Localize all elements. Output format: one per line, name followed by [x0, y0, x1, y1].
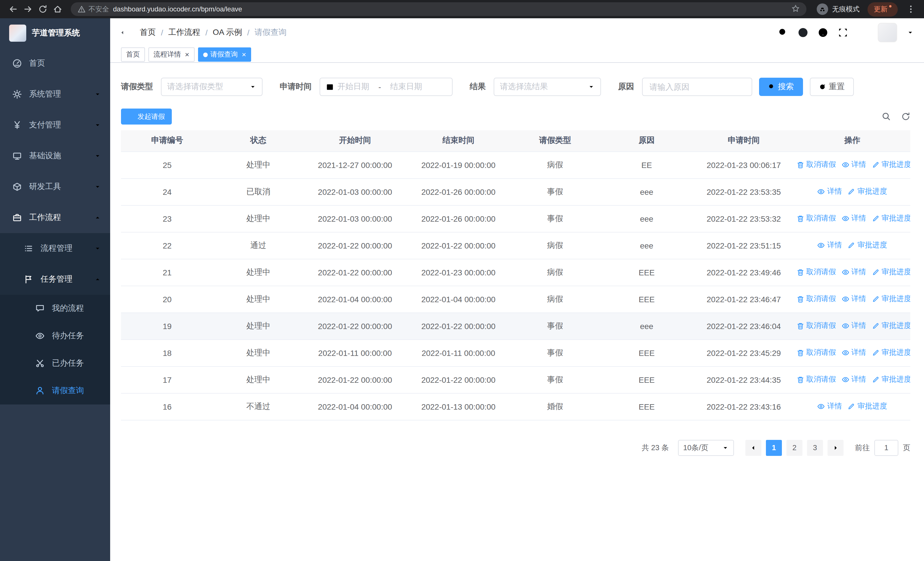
sidebar-item-process-mgmt[interactable]: 流程管理: [0, 233, 110, 264]
page-button-1[interactable]: 1: [766, 439, 782, 456]
cell-apply-id: 25: [121, 151, 213, 178]
cancel-leave-link[interactable]: 取消请假: [796, 160, 836, 170]
detail-link[interactable]: 详情: [842, 347, 866, 358]
close-icon[interactable]: ×: [242, 51, 246, 58]
cancel-leave-link[interactable]: 取消请假: [796, 321, 836, 331]
detail-link[interactable]: 详情: [842, 267, 866, 277]
cancel-leave-link[interactable]: 取消请假: [796, 294, 836, 304]
sidebar-item-payment[interactable]: 支付管理: [0, 110, 110, 141]
browser-forward-button[interactable]: [21, 2, 35, 17]
tab-home[interactable]: 首页: [121, 47, 145, 62]
active-tab-dot: [203, 52, 207, 57]
approval-progress-link[interactable]: 审批进度: [872, 267, 910, 277]
cell-actions: 详情审批进度: [794, 178, 910, 205]
cell-actions: 取消请假详情审批进度: [794, 313, 910, 339]
page-size-select[interactable]: 10条/页: [678, 439, 734, 456]
sidebar-item-home[interactable]: 首页: [0, 48, 110, 79]
close-icon[interactable]: ×: [185, 51, 189, 58]
cell-actions: 详情审批进度: [794, 393, 910, 420]
trash-icon: [796, 215, 804, 222]
browser-menu-button[interactable]: [903, 2, 918, 17]
font-size-icon[interactable]: [858, 27, 868, 38]
approval-progress-link[interactable]: 审批进度: [848, 186, 887, 197]
breadcrumb-item[interactable]: 工作流程: [168, 27, 200, 38]
browser-update-button[interactable]: 更新: [867, 2, 898, 16]
edit-icon: [848, 403, 855, 410]
cancel-leave-link[interactable]: 取消请假: [796, 375, 836, 385]
app-body: 芋道管理系统 首页 系统管理 支付管理 基础设施: [0, 18, 924, 561]
approval-progress-link[interactable]: 审批进度: [872, 321, 910, 331]
tab-leave-query[interactable]: 请假查询 ×: [198, 47, 251, 62]
trash-icon: [796, 349, 804, 356]
header-apply-time: 申请时间: [693, 130, 794, 151]
approval-progress-link[interactable]: 审批进度: [872, 347, 910, 358]
detail-link[interactable]: 详情: [842, 321, 866, 331]
detail-link[interactable]: 详情: [842, 160, 866, 170]
reason-input[interactable]: [642, 78, 752, 96]
next-page-button[interactable]: [828, 439, 843, 456]
apply-time-range-picker[interactable]: 开始日期 - 结束日期: [320, 78, 453, 96]
sidebar-item-my-process[interactable]: 我的流程: [0, 295, 110, 322]
help-icon[interactable]: [818, 27, 828, 38]
approval-progress-link[interactable]: 审批进度: [872, 160, 910, 170]
table-row: 17 处理中 2022-01-22 00:00:00 2022-01-22 00…: [121, 366, 910, 393]
breadcrumb-item[interactable]: OA 示例: [213, 27, 242, 38]
detail-link[interactable]: 详情: [818, 186, 842, 197]
sidebar-item-infrastructure[interactable]: 基础设施: [0, 141, 110, 171]
avatar-caret-down-icon[interactable]: [907, 29, 914, 36]
url-text[interactable]: dashboard.yudao.iocoder.cn/bpm/oa/leave: [113, 5, 788, 13]
approval-progress-link[interactable]: 审批进度: [872, 294, 910, 304]
sidebar-item-task-mgmt[interactable]: 任务管理: [0, 264, 110, 295]
security-indicator[interactable]: 不安全: [78, 4, 109, 14]
sidebar-collapse-button[interactable]: [120, 27, 131, 38]
app-logo[interactable]: 芋道管理系统: [0, 18, 110, 48]
prev-page-button[interactable]: [746, 439, 761, 456]
sidebar-item-system[interactable]: 系统管理: [0, 79, 110, 110]
cancel-leave-link[interactable]: 取消请假: [796, 214, 836, 224]
cancel-leave-link[interactable]: 取消请假: [796, 267, 836, 277]
browser-home-button[interactable]: [50, 2, 65, 17]
sidebar-item-leave-query[interactable]: 请假查询: [0, 377, 110, 405]
fullscreen-icon[interactable]: [838, 27, 848, 38]
leave-type-select[interactable]: 请选择请假类型: [161, 78, 262, 96]
sidebar-item-todo-tasks[interactable]: 待办任务: [0, 322, 110, 350]
result-select[interactable]: 请选择流结果: [494, 78, 601, 96]
github-icon[interactable]: [798, 27, 808, 38]
breadcrumb-item[interactable]: 首页: [140, 27, 156, 38]
browser-reload-button[interactable]: [35, 2, 50, 17]
chevron-left-icon: [750, 444, 757, 451]
cell-apply-id: 18: [121, 339, 213, 366]
approval-progress-link[interactable]: 审批进度: [872, 214, 910, 224]
refresh-table-icon-button[interactable]: [901, 112, 910, 121]
detail-link[interactable]: 详情: [818, 240, 842, 251]
sidebar-item-workflow[interactable]: 工作流程: [0, 202, 110, 233]
approval-progress-link[interactable]: 审批进度: [872, 375, 910, 385]
browser-back-button[interactable]: [6, 2, 21, 17]
detail-link[interactable]: 详情: [842, 214, 866, 224]
row-actions: 取消请假详情审批进度: [796, 375, 910, 385]
cancel-leave-link[interactable]: 取消请假: [796, 347, 836, 358]
user-avatar[interactable]: [878, 23, 897, 42]
create-leave-button[interactable]: 发起请假: [121, 108, 172, 125]
detail-link[interactable]: 详情: [842, 375, 866, 385]
table-row: 18 处理中 2022-01-11 00:00:00 2022-01-11 00…: [121, 339, 910, 366]
sidebar-item-done-tasks[interactable]: 已办任务: [0, 350, 110, 377]
page-button-2[interactable]: 2: [786, 439, 802, 456]
table-row: 25 处理中 2021-12-27 00:00:00 2022-01-19 00…: [121, 151, 910, 178]
bookmark-star-icon[interactable]: [792, 4, 800, 14]
address-bar[interactable]: 不安全 dashboard.yudao.iocoder.cn/bpm/oa/le…: [71, 2, 806, 16]
search-icon[interactable]: [778, 27, 788, 38]
eye-icon: [35, 331, 45, 340]
detail-link[interactable]: 详情: [842, 294, 866, 304]
sidebar-item-devtools[interactable]: 研发工具: [0, 171, 110, 202]
tab-process-detail[interactable]: 流程详情 ×: [148, 47, 194, 62]
edit-icon: [872, 376, 879, 384]
detail-link[interactable]: 详情: [818, 401, 842, 412]
reset-button[interactable]: 重置: [810, 78, 854, 96]
page-button-3[interactable]: 3: [807, 439, 823, 456]
goto-page-input[interactable]: [874, 439, 898, 456]
search-button[interactable]: 搜索: [759, 78, 803, 96]
approval-progress-link[interactable]: 审批进度: [848, 401, 887, 412]
toggle-search-icon-button[interactable]: [882, 112, 891, 121]
approval-progress-link[interactable]: 审批进度: [848, 240, 887, 251]
